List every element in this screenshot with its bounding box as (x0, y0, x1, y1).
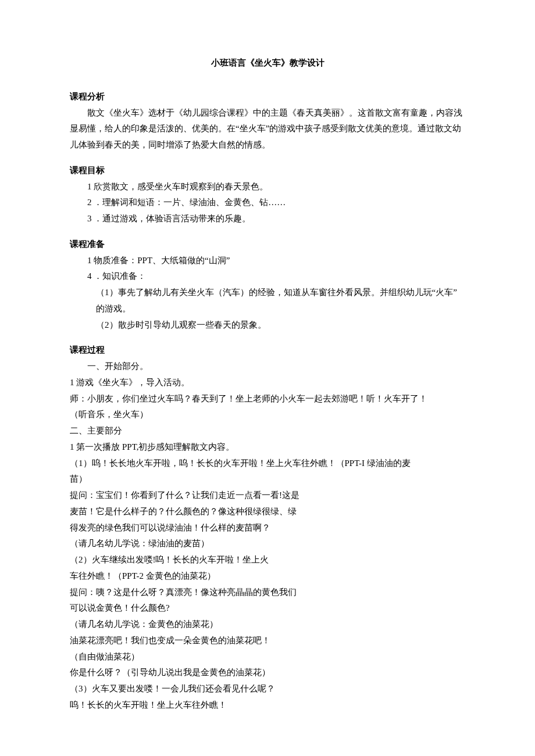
section-goals: 课程目标 1 欣赏散文，感受坐火车时观察到的春天景色。 2 ．理解词和短语：一片… (70, 163, 465, 227)
process-heading: 课程过程 (70, 342, 465, 359)
process-line: 麦苗！它是什么样子的？什么颜色的？像这种很绿很绿、绿 (70, 504, 465, 520)
process-line: 车往外瞧！（PPT-2 金黄色的油菜花） (70, 568, 465, 585)
process-line: （2）火车继续出发喽!呜！长长的火车开啦！坐上火 (70, 552, 465, 568)
goals-item: 1 欣赏散文，感受坐火车时观察到的春天景色。 (87, 179, 465, 195)
process-line: 提问：咦？这是什么呀？真漂亮！像这种亮晶晶的黄色我们 (70, 585, 465, 601)
section-process: 课程过程 一、开始部分。 1 游戏《坐火车》，导入活动。 师：小朋友，你们坐过火… (70, 342, 465, 713)
goals-item: 3 ．通过游戏，体验语言活动带来的乐趣。 (87, 211, 465, 227)
process-line: 油菜花漂亮吧！我们也变成一朵金黄色的油菜花吧！ (70, 633, 465, 649)
process-line: 师：小朋友，你们坐过火车吗？春天到了！坐上老师的小火车一起去郊游吧！听！火车开了… (70, 391, 465, 407)
section-prep: 课程准备 1 物质准备：PPT、大纸箱做的“山洞” 4 ．知识准备： （1）事先… (70, 237, 465, 334)
process-line: 1 游戏《坐火车》，导入活动。 (70, 375, 465, 391)
process-line: 二、主要部分 (70, 423, 465, 439)
page-title: 小班语言《坐火车》教学设计 (70, 55, 465, 71)
prep-item: 1 物质准备：PPT、大纸箱做的“山洞” (87, 253, 465, 269)
document-page: 小班语言《坐火车》教学设计 课程分析 散文《坐火车》选材于《幼儿园综合课程》中的… (0, 0, 535, 756)
process-line: 可以说金黄色！什么颜色? (70, 600, 465, 617)
prep-sub-item: （1）事先了解幼儿有关坐火车（汽车）的经验，知道从车窗往外看风景。并组织幼儿玩“… (96, 285, 465, 317)
goals-item: 2 ．理解词和短语：一片、绿油油、金黄色、钻…… (87, 195, 465, 211)
process-line: 你是什么呀？（引导幼儿说出我是金黄色的油菜花） (70, 665, 465, 681)
process-line: （1）呜！长长地火车开啦，呜！长长的火车开啦！坐上火车往外瞧！（PPT-I 绿油… (70, 456, 465, 472)
analysis-heading: 课程分析 (70, 89, 465, 105)
process-line: （3）火车又要出发喽！一会儿我们还会看见什么呢？ (70, 681, 465, 697)
process-line: 得发亮的绿色我们可以说绿油油！什么样的麦苗啊？ (70, 520, 465, 536)
process-line: 呜！长长的火车开啦！坐上火车往外瞧！ (70, 697, 465, 714)
process-line: （自由做油菜花） (70, 649, 465, 665)
prep-sub-item: （2）散步时引导幼儿观察一些春天的景象。 (96, 317, 465, 334)
process-line: （请几名幼儿学说：绿油油的麦苗） (70, 536, 465, 552)
process-line: （请几名幼儿学说：金黄色的油菜花） (70, 617, 465, 633)
process-intro: 一、开始部分。 (87, 359, 465, 375)
process-line: 1 第一次播放 PPT,初步感知理解散文内容。 (70, 439, 465, 456)
prep-item: 4 ．知识准备： (87, 268, 465, 285)
process-line: （听音乐，坐火车） (70, 407, 465, 423)
process-line: 苗） (70, 471, 465, 488)
section-analysis: 课程分析 散文《坐火车》选材于《幼儿园综合课程》中的主题《春天真美丽》。这首散文… (70, 89, 465, 153)
prep-heading: 课程准备 (70, 237, 465, 253)
goals-heading: 课程目标 (70, 163, 465, 179)
process-line: 提问：宝宝们！你看到了什么？让我们走近一点看一看!这是 (70, 488, 465, 504)
analysis-paragraph: 散文《坐火车》选材于《幼儿园综合课程》中的主题《春天真美丽》。这首散文富有童趣，… (70, 105, 465, 153)
